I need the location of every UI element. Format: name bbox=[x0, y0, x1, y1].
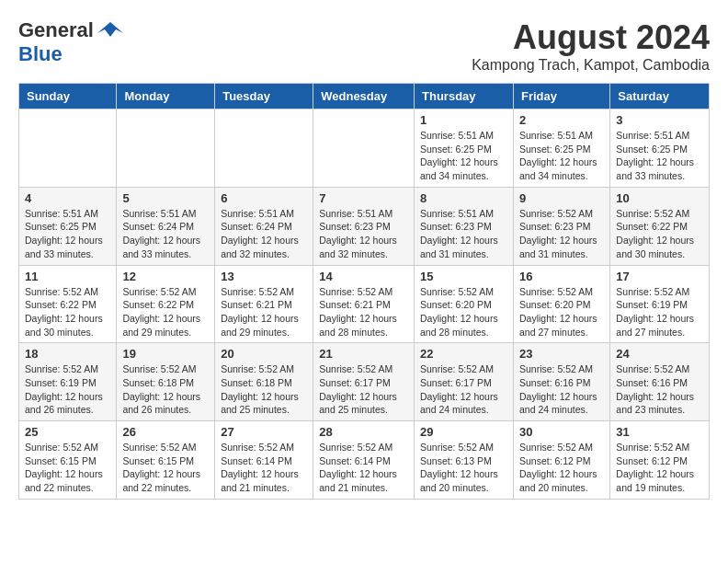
day-number: 8 bbox=[420, 191, 507, 205]
day-of-week-header: Tuesday bbox=[215, 84, 313, 109]
day-number: 30 bbox=[519, 425, 604, 439]
day-number: 5 bbox=[122, 191, 209, 205]
calendar-cell: 28Sunrise: 5:52 AM Sunset: 6:14 PM Dayli… bbox=[313, 421, 415, 500]
day-number: 23 bbox=[519, 347, 604, 361]
calendar-cell: 12Sunrise: 5:52 AM Sunset: 6:22 PM Dayli… bbox=[117, 265, 215, 343]
day-number: 25 bbox=[25, 425, 110, 439]
day-info: Sunrise: 5:52 AM Sunset: 6:21 PM Dayligh… bbox=[319, 285, 408, 339]
logo-blue: Blue bbox=[18, 42, 63, 65]
page-title: August 2024 bbox=[472, 18, 710, 57]
day-info: Sunrise: 5:52 AM Sunset: 6:22 PM Dayligh… bbox=[122, 285, 209, 339]
calendar-cell: 29Sunrise: 5:52 AM Sunset: 6:13 PM Dayli… bbox=[415, 421, 514, 500]
calendar-week-row: 11Sunrise: 5:52 AM Sunset: 6:22 PM Dayli… bbox=[19, 265, 710, 343]
calendar-cell: 30Sunrise: 5:52 AM Sunset: 6:12 PM Dayli… bbox=[513, 421, 609, 500]
day-info: Sunrise: 5:51 AM Sunset: 6:24 PM Dayligh… bbox=[221, 207, 307, 261]
calendar-cell bbox=[19, 109, 117, 188]
day-info: Sunrise: 5:52 AM Sunset: 6:20 PM Dayligh… bbox=[420, 285, 507, 339]
day-number: 14 bbox=[319, 270, 408, 283]
day-info: Sunrise: 5:52 AM Sunset: 6:12 PM Dayligh… bbox=[519, 441, 604, 495]
calendar-cell: 21Sunrise: 5:52 AM Sunset: 6:17 PM Dayli… bbox=[313, 343, 415, 421]
day-number: 12 bbox=[122, 270, 209, 283]
day-info: Sunrise: 5:52 AM Sunset: 6:19 PM Dayligh… bbox=[25, 362, 110, 417]
day-info: Sunrise: 5:52 AM Sunset: 6:18 PM Dayligh… bbox=[122, 362, 209, 417]
calendar-cell: 3Sunrise: 5:51 AM Sunset: 6:25 PM Daylig… bbox=[610, 109, 710, 188]
day-info: Sunrise: 5:51 AM Sunset: 6:25 PM Dayligh… bbox=[519, 129, 604, 183]
day-info: Sunrise: 5:51 AM Sunset: 6:25 PM Dayligh… bbox=[420, 129, 507, 183]
day-info: Sunrise: 5:52 AM Sunset: 6:18 PM Dayligh… bbox=[221, 362, 307, 417]
day-number: 3 bbox=[616, 113, 703, 127]
day-number: 26 bbox=[122, 425, 209, 439]
day-info: Sunrise: 5:52 AM Sunset: 6:20 PM Dayligh… bbox=[519, 285, 604, 339]
day-number: 11 bbox=[25, 270, 110, 283]
day-info: Sunrise: 5:52 AM Sunset: 6:17 PM Dayligh… bbox=[319, 362, 408, 417]
calendar-week-row: 18Sunrise: 5:52 AM Sunset: 6:19 PM Dayli… bbox=[19, 343, 710, 421]
calendar-cell: 27Sunrise: 5:52 AM Sunset: 6:14 PM Dayli… bbox=[215, 421, 313, 500]
day-info: Sunrise: 5:51 AM Sunset: 6:23 PM Dayligh… bbox=[319, 207, 408, 261]
calendar-cell: 15Sunrise: 5:52 AM Sunset: 6:20 PM Dayli… bbox=[415, 265, 514, 343]
day-number: 6 bbox=[221, 191, 307, 205]
day-number: 21 bbox=[319, 347, 408, 361]
day-of-week-header: Thursday bbox=[415, 84, 514, 109]
calendar-cell: 23Sunrise: 5:52 AM Sunset: 6:16 PM Dayli… bbox=[513, 343, 609, 421]
day-number: 13 bbox=[221, 270, 307, 283]
calendar-cell: 18Sunrise: 5:52 AM Sunset: 6:19 PM Dayli… bbox=[19, 343, 117, 421]
calendar-cell: 6Sunrise: 5:51 AM Sunset: 6:24 PM Daylig… bbox=[215, 187, 313, 265]
calendar-cell: 24Sunrise: 5:52 AM Sunset: 6:16 PM Dayli… bbox=[610, 343, 710, 421]
calendar-cell: 20Sunrise: 5:52 AM Sunset: 6:18 PM Dayli… bbox=[215, 343, 313, 421]
day-number: 9 bbox=[519, 191, 604, 205]
day-info: Sunrise: 5:52 AM Sunset: 6:16 PM Dayligh… bbox=[616, 362, 703, 417]
day-info: Sunrise: 5:52 AM Sunset: 6:22 PM Dayligh… bbox=[25, 285, 110, 339]
calendar-cell: 8Sunrise: 5:51 AM Sunset: 6:23 PM Daylig… bbox=[415, 187, 514, 265]
day-number: 22 bbox=[420, 347, 507, 361]
day-info: Sunrise: 5:52 AM Sunset: 6:13 PM Dayligh… bbox=[420, 441, 507, 495]
day-number: 27 bbox=[221, 425, 307, 439]
calendar-cell: 22Sunrise: 5:52 AM Sunset: 6:17 PM Dayli… bbox=[415, 343, 514, 421]
day-info: Sunrise: 5:52 AM Sunset: 6:16 PM Dayligh… bbox=[519, 362, 604, 417]
day-number: 10 bbox=[616, 191, 703, 205]
day-number: 31 bbox=[616, 425, 703, 439]
page-subtitle: Kampong Trach, Kampot, Cambodia bbox=[472, 57, 710, 74]
calendar-cell: 17Sunrise: 5:52 AM Sunset: 6:19 PM Dayli… bbox=[610, 265, 710, 343]
day-info: Sunrise: 5:51 AM Sunset: 6:25 PM Dayligh… bbox=[616, 129, 703, 183]
day-of-week-header: Saturday bbox=[610, 84, 710, 109]
calendar-cell: 19Sunrise: 5:52 AM Sunset: 6:18 PM Dayli… bbox=[117, 343, 215, 421]
day-info: Sunrise: 5:51 AM Sunset: 6:23 PM Dayligh… bbox=[420, 207, 507, 261]
day-number: 1 bbox=[420, 113, 507, 127]
day-of-week-header: Wednesday bbox=[313, 84, 415, 109]
calendar-cell: 26Sunrise: 5:52 AM Sunset: 6:15 PM Dayli… bbox=[117, 421, 215, 500]
day-info: Sunrise: 5:52 AM Sunset: 6:12 PM Dayligh… bbox=[616, 441, 703, 495]
day-info: Sunrise: 5:52 AM Sunset: 6:22 PM Dayligh… bbox=[616, 207, 703, 261]
day-number: 4 bbox=[25, 191, 110, 205]
day-info: Sunrise: 5:52 AM Sunset: 6:14 PM Dayligh… bbox=[221, 441, 307, 495]
calendar-cell: 9Sunrise: 5:52 AM Sunset: 6:23 PM Daylig… bbox=[513, 187, 609, 265]
calendar-cell bbox=[117, 109, 215, 188]
calendar-cell: 31Sunrise: 5:52 AM Sunset: 6:12 PM Dayli… bbox=[610, 421, 710, 500]
day-number: 18 bbox=[25, 347, 110, 361]
day-info: Sunrise: 5:52 AM Sunset: 6:19 PM Dayligh… bbox=[616, 285, 703, 339]
calendar-cell bbox=[313, 109, 415, 188]
day-number: 28 bbox=[319, 425, 408, 439]
calendar-cell: 5Sunrise: 5:51 AM Sunset: 6:24 PM Daylig… bbox=[117, 187, 215, 265]
svg-marker-0 bbox=[97, 22, 123, 37]
day-number: 17 bbox=[616, 270, 703, 283]
calendar-cell: 7Sunrise: 5:51 AM Sunset: 6:23 PM Daylig… bbox=[313, 187, 415, 265]
logo-bird-icon bbox=[97, 20, 123, 40]
calendar-cell: 25Sunrise: 5:52 AM Sunset: 6:15 PM Dayli… bbox=[19, 421, 117, 500]
day-info: Sunrise: 5:52 AM Sunset: 6:14 PM Dayligh… bbox=[319, 441, 408, 495]
calendar-week-row: 1Sunrise: 5:51 AM Sunset: 6:25 PM Daylig… bbox=[19, 109, 710, 188]
day-number: 2 bbox=[519, 113, 604, 127]
calendar-cell: 2Sunrise: 5:51 AM Sunset: 6:25 PM Daylig… bbox=[513, 109, 609, 188]
day-of-week-header: Monday bbox=[117, 84, 215, 109]
calendar-week-row: 4Sunrise: 5:51 AM Sunset: 6:25 PM Daylig… bbox=[19, 187, 710, 265]
calendar-cell: 10Sunrise: 5:52 AM Sunset: 6:22 PM Dayli… bbox=[610, 187, 710, 265]
day-number: 16 bbox=[519, 270, 604, 283]
calendar-cell: 13Sunrise: 5:52 AM Sunset: 6:21 PM Dayli… bbox=[215, 265, 313, 343]
header: General Blue August 2024 Kampong Trach, … bbox=[18, 18, 710, 74]
calendar-cell bbox=[215, 109, 313, 188]
calendar-table: SundayMondayTuesdayWednesdayThursdayFrid… bbox=[18, 83, 710, 500]
day-number: 29 bbox=[420, 425, 507, 439]
calendar-cell: 4Sunrise: 5:51 AM Sunset: 6:25 PM Daylig… bbox=[19, 187, 117, 265]
day-info: Sunrise: 5:52 AM Sunset: 6:23 PM Dayligh… bbox=[519, 207, 604, 261]
day-header-row: SundayMondayTuesdayWednesdayThursdayFrid… bbox=[19, 84, 710, 109]
logo-general: General bbox=[18, 18, 94, 42]
